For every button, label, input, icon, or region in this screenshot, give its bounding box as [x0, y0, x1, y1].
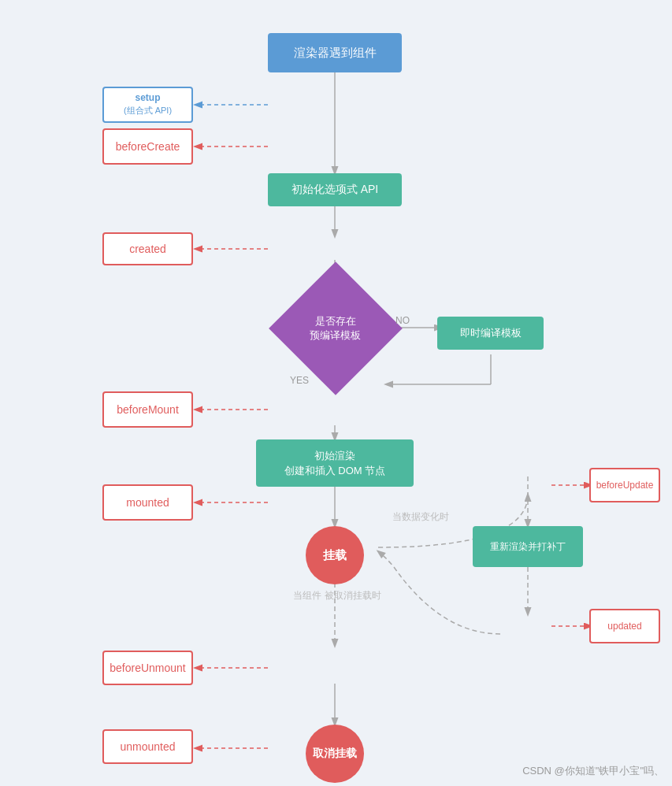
compile-template-box: 即时编译模板 — [437, 317, 544, 350]
rerender-box: 重新渲染并打补丁 — [473, 526, 583, 567]
init-options-box: 初始化选项式 API — [268, 173, 402, 206]
unmount-circle: 取消挂载 — [306, 725, 364, 783]
mounted-box: mounted — [102, 484, 193, 521]
initial-render-label: 初始渲染创建和插入 DOM 节点 — [284, 448, 386, 479]
diamond-label: 是否存在预编译模板 — [310, 314, 361, 343]
setup-api-label: setup (组合式 API) — [124, 92, 172, 117]
init-options-label: 初始化选项式 API — [291, 183, 378, 197]
when-data-changes-label: 当数据变化时 — [392, 510, 449, 524]
unmounted-box: unmounted — [102, 729, 193, 764]
updated-box: updated — [589, 609, 660, 643]
mounted-circle: 挂载 — [306, 526, 364, 584]
created-box: created — [102, 232, 193, 265]
diagram-container: 渲染器遇到组件 setup (组合式 API) beforeCreate 初始化… — [0, 0, 672, 786]
initial-render-box: 初始渲染创建和插入 DOM 节点 — [256, 439, 414, 487]
when-unmount-label: 当组件 被取消挂载时 — [290, 589, 384, 602]
before-mount-box: beforeMount — [102, 391, 193, 428]
precompile-diamond: 是否存在预编译模板 — [282, 277, 388, 380]
before-update-box: beforeUpdate — [589, 468, 660, 502]
yes-label: YES — [290, 375, 309, 386]
watermark: CSDN @你知道"铁甲小宝"吗、 — [522, 764, 664, 778]
before-create-box: beforeCreate — [102, 128, 193, 165]
no-label: NO — [395, 315, 410, 326]
renderer-encounter-box: 渲染器遇到组件 — [268, 33, 402, 72]
before-unmount-box: beforeUnmount — [102, 651, 193, 685]
setup-api-box: setup (组合式 API) — [102, 87, 193, 123]
